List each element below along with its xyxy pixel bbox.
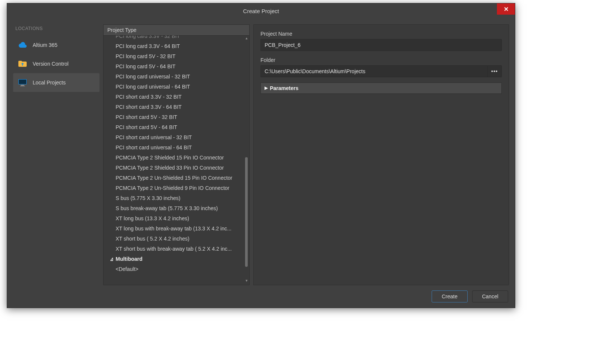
project-type-list[interactable]: PCI long card 3.3V - 32 BIT PCI long car… — [104, 36, 244, 285]
project-type-group-label: Multiboard — [116, 254, 143, 264]
scroll-down-icon[interactable]: ▼ — [245, 279, 248, 283]
monitor-icon — [18, 78, 27, 87]
project-type-item[interactable]: PCI long card universal - 64 BIT — [106, 82, 242, 92]
cloud-icon — [18, 41, 27, 49]
project-type-item[interactable]: PCI short card 5V - 64 BIT — [106, 122, 242, 132]
project-type-item[interactable]: PCI short card 3.3V - 64 BIT — [106, 102, 242, 112]
project-name-input[interactable] — [260, 39, 502, 51]
dialog-body: LOCATIONS Altium 365 Version Control — [7, 18, 515, 285]
browse-folder-button[interactable]: ••• — [488, 65, 502, 77]
dialog-title: Create Project — [243, 8, 279, 14]
triangle-right-icon: ▶ — [265, 86, 268, 90]
project-type-item[interactable]: PCI long card 3.3V - 64 BIT — [106, 41, 242, 51]
project-type-item[interactable]: PCMCIA Type 2 Shielded 15 Pin IO Connect… — [106, 153, 242, 163]
project-type-item[interactable]: XT short bus with break-away tab ( 5.2 X… — [106, 244, 242, 254]
project-type-item[interactable]: PCMCIA Type 2 Un-Shielded 9 Pin IO Conne… — [106, 183, 242, 193]
project-type-item[interactable]: PCI long card 5V - 32 BIT — [106, 51, 242, 62]
scrollbar-thumb[interactable] — [245, 157, 248, 267]
project-type-item[interactable]: XT long bus with break-away tab (13.3 X … — [106, 224, 242, 234]
folder-label: Folder — [260, 57, 502, 63]
locations-panel: LOCATIONS Altium 365 Version Control — [13, 24, 99, 285]
project-type-item[interactable]: PCI short card universal - 64 BIT — [106, 143, 242, 153]
location-label: Local Projects — [33, 80, 66, 86]
dialog-footer: Create Cancel — [7, 285, 515, 308]
dialog-titlebar: Create Project ✕ — [7, 3, 515, 18]
project-type-panel: Project Type PCI long card 3.3V - 32 BIT… — [103, 24, 250, 285]
project-type-item[interactable]: <Default> — [106, 264, 242, 274]
svg-rect-1 — [19, 80, 26, 84]
project-type-item[interactable]: PCI long card 5V - 64 BIT — [106, 62, 242, 72]
project-type-item[interactable]: PCMCIA Type 2 Shielded 33 Pin IO Connect… — [106, 163, 242, 173]
project-type-header: Project Type — [104, 25, 249, 36]
project-type-list-wrap: PCI long card 3.3V - 32 BIT PCI long car… — [104, 36, 249, 285]
location-local-projects[interactable]: Local Projects — [13, 73, 99, 92]
close-button[interactable]: ✕ — [497, 3, 515, 15]
scroll-up-icon[interactable]: ▲ — [245, 36, 248, 41]
project-type-item[interactable]: PCMCIA Type 2 Un-Shielded 15 Pin IO Conn… — [106, 173, 242, 183]
project-details-panel: Project Name Folder ••• ▶ Parameters — [253, 24, 509, 285]
project-type-scrollbar[interactable]: ▲ ▼ — [245, 37, 248, 274]
svg-rect-3 — [20, 86, 25, 86]
folder-upload-icon — [18, 60, 27, 68]
project-type-item[interactable]: PCI short card universal - 32 BIT — [106, 132, 242, 143]
project-type-item[interactable]: PCI short card 5V - 32 BIT — [106, 112, 242, 122]
project-type-item[interactable]: PCI long card universal - 32 BIT — [106, 72, 242, 82]
project-type-item[interactable]: XT long bus (13.3 X 4.2 inches) — [106, 214, 242, 224]
location-altium-365[interactable]: Altium 365 — [13, 36, 99, 54]
project-type-item[interactable]: S bus (5.775 X 3.30 inches) — [106, 193, 242, 203]
locations-header: LOCATIONS — [13, 24, 99, 36]
create-project-dialog: Create Project ✕ LOCATIONS Altium 365 — [7, 3, 515, 308]
location-label: Altium 365 — [33, 42, 57, 48]
project-name-label: Project Name — [260, 31, 502, 37]
create-button[interactable]: Create — [432, 290, 468, 302]
project-type-item[interactable]: PCI long card 3.3V - 32 BIT — [106, 36, 242, 41]
svg-rect-2 — [21, 85, 24, 86]
cancel-button[interactable]: Cancel — [472, 290, 508, 302]
project-type-item[interactable]: PCI short card 3.3V - 32 BIT — [106, 92, 242, 102]
project-type-group-multiboard[interactable]: ⊿ Multiboard — [106, 254, 242, 264]
project-type-item[interactable]: XT short bus ( 5.2 X 4.2 inches) — [106, 234, 242, 244]
location-version-control[interactable]: Version Control — [13, 54, 99, 73]
parameters-expander[interactable]: ▶ Parameters — [260, 83, 502, 94]
ellipsis-icon: ••• — [491, 68, 498, 74]
chevron-down-icon: ⊿ — [110, 254, 114, 264]
location-label: Version Control — [33, 61, 69, 67]
project-type-item[interactable]: S bus break-away tab (5.775 X 3.30 inche… — [106, 203, 242, 214]
parameters-label: Parameters — [270, 85, 298, 91]
folder-input[interactable] — [260, 65, 488, 77]
close-icon: ✕ — [504, 6, 509, 13]
